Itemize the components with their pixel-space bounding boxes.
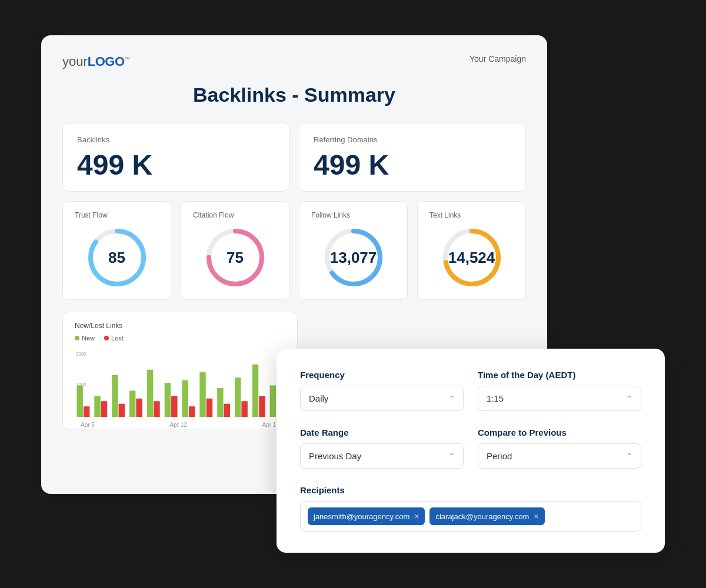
svg-rect-10 — [76, 385, 82, 417]
recipients-section: Recipients janesmith@youragency.com × cl… — [300, 485, 641, 532]
backlinks-card: Backlinks 499 K — [62, 123, 289, 192]
svg-rect-24 — [199, 372, 205, 417]
svg-rect-20 — [165, 383, 171, 417]
svg-rect-13 — [101, 401, 107, 417]
gauge-container-2: 13,077 — [321, 225, 386, 290]
gauge-number-3: 14,524 — [448, 249, 495, 267]
legend-lost: Lost — [104, 335, 124, 342]
logo-text-bold: LOGO — [88, 54, 125, 69]
chart-legend: New Lost — [75, 335, 285, 342]
modal-card: Frequency Daily Weekly Monthly ⌃ Time of… — [277, 349, 665, 553]
legend-lost-dot — [104, 336, 109, 340]
chart-card: New/Lost Links New Lost 20001000 Apr 5Ap… — [62, 312, 298, 429]
gauge-container-3: 14,524 — [439, 225, 504, 290]
recipients-label: Recipients — [300, 485, 641, 495]
gauge-card-0: Trust Flow 85 — [62, 201, 171, 300]
time-group: Time of the Day (AEDT) 1:15 2:00 6:00 12… — [478, 370, 641, 411]
gauge-card-2: Follow Links 13,077 — [299, 201, 408, 300]
chart-x-labels: Apr 5Apr 12Apr 19 — [75, 422, 285, 428]
time-select-wrapper: 1:15 2:00 6:00 12:00 ⌃ — [478, 386, 641, 411]
svg-rect-18 — [147, 370, 153, 417]
frequency-label: Frequency — [300, 370, 464, 380]
frequency-select[interactable]: Daily Weekly Monthly — [300, 386, 464, 411]
svg-rect-26 — [217, 388, 223, 417]
compare-group: Compare to Previous Period Day Week ⌃ — [478, 427, 641, 469]
svg-text:2000: 2000 — [76, 351, 86, 357]
scene: yourLOGO™ Your Campaign Backlinks - Summ… — [41, 35, 665, 553]
chart-svg: 20001000 — [75, 346, 285, 417]
recipient-tag-1: clarajack@youragency.com × — [429, 507, 544, 525]
recipient-email-0: janesmith@youragency.com — [314, 512, 409, 521]
gauge-number-2: 13,077 — [330, 249, 377, 267]
backlinks-label: Backlinks — [77, 135, 275, 144]
chart-title: New/Lost Links — [75, 322, 285, 330]
logo: yourLOGO™ — [62, 54, 131, 69]
recipient-email-1: clarajack@youragency.com — [435, 512, 529, 521]
recipients-box[interactable]: janesmith@youragency.com × clarajack@you… — [300, 501, 641, 532]
svg-rect-12 — [94, 396, 100, 417]
referring-domains-label: Referring Domains — [314, 135, 511, 144]
gauge-container-0: 85 — [85, 225, 149, 290]
svg-rect-25 — [207, 399, 212, 417]
frequency-select-wrapper: Daily Weekly Monthly ⌃ — [300, 386, 464, 411]
gauge-row: Trust Flow 85 Citation Flow 75 Follow Li… — [62, 201, 526, 300]
svg-rect-32 — [270, 385, 276, 417]
recipient-remove-1[interactable]: × — [534, 512, 538, 520]
svg-rect-23 — [189, 406, 195, 417]
chart-x-label: Apr 5 — [81, 422, 95, 428]
svg-rect-16 — [129, 390, 135, 417]
gauge-container-1: 75 — [203, 225, 268, 290]
svg-rect-19 — [154, 401, 159, 417]
compare-select-wrapper: Period Day Week ⌃ — [478, 443, 641, 469]
date-range-select[interactable]: Previous Day Previous Week Previous Mont… — [300, 443, 464, 469]
svg-rect-21 — [171, 396, 177, 417]
svg-rect-22 — [182, 380, 188, 417]
form-row-1: Frequency Daily Weekly Monthly ⌃ Time of… — [300, 370, 641, 411]
frequency-group: Frequency Daily Weekly Monthly ⌃ — [300, 370, 464, 411]
chart-x-label: Apr 12 — [169, 422, 187, 428]
svg-rect-28 — [235, 377, 241, 417]
page-title: Backlinks - Summary — [62, 83, 526, 106]
gauge-label-2: Follow Links — [311, 211, 350, 219]
gauge-label-3: Text Links — [429, 211, 461, 219]
svg-rect-30 — [252, 365, 258, 417]
svg-rect-11 — [84, 406, 89, 417]
logo-text-before: your — [62, 54, 88, 69]
gauge-number-1: 75 — [227, 249, 244, 267]
svg-rect-17 — [136, 399, 142, 417]
gauge-label-1: Citation Flow — [193, 211, 234, 219]
form-row-2: Date Range Previous Day Previous Week Pr… — [300, 427, 641, 469]
time-select[interactable]: 1:15 2:00 6:00 12:00 — [478, 386, 641, 411]
legend-new: New — [75, 335, 95, 342]
gauge-number-0: 85 — [108, 249, 125, 267]
svg-rect-27 — [224, 404, 230, 417]
svg-rect-29 — [241, 401, 247, 417]
svg-rect-15 — [119, 404, 125, 417]
logo-trademark: ™ — [125, 56, 131, 62]
gauge-card-3: Text Links 14,524 — [417, 201, 526, 300]
campaign-label: Your Campaign — [469, 54, 526, 64]
metric-row-1: Backlinks 499 K Referring Domains 499 K — [62, 123, 526, 192]
legend-new-dot — [75, 336, 79, 340]
date-range-group: Date Range Previous Day Previous Week Pr… — [300, 427, 464, 469]
compare-label: Compare to Previous — [478, 427, 641, 437]
recipient-tag-0: janesmith@youragency.com × — [308, 507, 425, 525]
referring-domains-card: Referring Domains 499 K — [299, 123, 526, 192]
svg-rect-31 — [259, 396, 265, 417]
date-range-label: Date Range — [300, 427, 464, 437]
time-label: Time of the Day (AEDT) — [478, 370, 641, 380]
compare-select[interactable]: Period Day Week — [478, 443, 641, 469]
date-range-select-wrapper: Previous Day Previous Week Previous Mont… — [300, 443, 464, 469]
recipient-remove-0[interactable]: × — [414, 512, 419, 520]
gauge-card-1: Citation Flow 75 — [181, 201, 289, 300]
gauge-label-0: Trust Flow — [75, 211, 108, 219]
report-header: yourLOGO™ Your Campaign — [62, 54, 526, 69]
referring-domains-value: 499 K — [314, 151, 511, 179]
legend-lost-label: Lost — [111, 335, 124, 342]
backlinks-value: 499 K — [77, 151, 275, 179]
svg-rect-14 — [112, 375, 118, 417]
legend-new-label: New — [82, 335, 95, 342]
